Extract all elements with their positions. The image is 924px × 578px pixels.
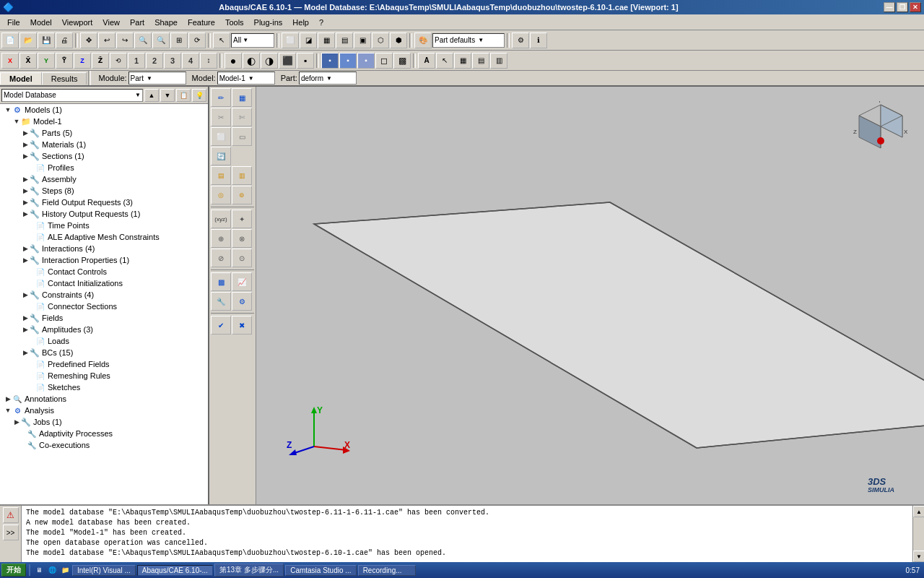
- toolbar-zoomin[interactable]: 🔍: [134, 33, 152, 48]
- toolbar2-circle2[interactable]: ◐: [243, 53, 260, 69]
- close-button[interactable]: ✕: [910, 2, 921, 12]
- tool-mesh2[interactable]: 📈: [232, 272, 252, 291]
- menu-plugins[interactable]: Plug-ins: [250, 17, 287, 28]
- toolbar2-num3[interactable]: 3: [164, 53, 181, 69]
- toolbar2-text[interactable]: A: [418, 53, 435, 69]
- tool-revolve1[interactable]: ◎: [211, 186, 231, 204]
- tab-model[interactable]: Model: [0, 72, 42, 85]
- tool-shape1[interactable]: ⬜: [211, 127, 231, 146]
- toolbar2-blue3[interactable]: ▪: [357, 53, 375, 69]
- toolbar2-blue1[interactable]: ▪: [321, 53, 339, 69]
- tool-grid[interactable]: ▦: [232, 88, 252, 107]
- toolbar-pan[interactable]: ✥: [80, 33, 97, 48]
- toolbar-view3[interactable]: ▦: [318, 33, 335, 48]
- taskbar-item-0[interactable]: Intel(R) Visual ...: [72, 565, 136, 576]
- toolbar-view4[interactable]: ▤: [336, 33, 353, 48]
- toolbar2-arrow[interactable]: ↕: [200, 53, 217, 69]
- tool-revolve2[interactable]: ⊚: [232, 186, 252, 204]
- tree-item-fieldout[interactable]: ▶ 🔧 Field Output Requests (3): [0, 197, 208, 208]
- msg-scroll-up[interactable]: ▲: [913, 506, 924, 517]
- toolbar-redo[interactable]: ↪: [116, 33, 134, 48]
- viewport[interactable]: Y X Z: [256, 87, 924, 504]
- toolbar2-x[interactable]: X: [1, 53, 19, 69]
- toolbar-select[interactable]: ↖: [213, 33, 230, 48]
- toolbar2-circle3[interactable]: ◑: [261, 53, 278, 69]
- toolbar-view5[interactable]: ▣: [354, 33, 371, 48]
- taskbar-item-3[interactable]: Camtasia Studio ...: [285, 565, 356, 576]
- tool-mesh1[interactable]: ▩: [211, 272, 231, 291]
- tool-cut1[interactable]: ✂: [211, 108, 231, 126]
- toolbar-open[interactable]: 📂: [19, 33, 37, 48]
- toolbar2-grid2[interactable]: ▤: [472, 53, 489, 69]
- tool-cut2[interactable]: ✄: [232, 108, 252, 126]
- minimize-button[interactable]: —: [884, 2, 895, 12]
- toolbar-zoomout[interactable]: 🔍: [152, 33, 170, 48]
- tree-item-constraints[interactable]: ▶ 🔧 Constraints (4): [0, 289, 208, 301]
- tree-item-analysis[interactable]: ▼ ⚙ Analysis: [0, 405, 208, 416]
- tree-item-annotations[interactable]: ▶ 🔍 Annotations: [0, 393, 208, 405]
- menu-viewport[interactable]: Viewport: [58, 17, 97, 28]
- tool-verify2[interactable]: ✖: [232, 316, 252, 335]
- tool-datum1[interactable]: ✦: [232, 210, 252, 228]
- sidebar-up[interactable]: ▲: [144, 89, 159, 102]
- msg-icon-expand[interactable]: >>: [3, 525, 19, 540]
- toolbar-print[interactable]: 🖨: [56, 33, 73, 48]
- toolbar-options[interactable]: ⚙: [512, 33, 529, 48]
- tree-item-assembly[interactable]: ▶ 🔧 Assembly: [0, 173, 208, 185]
- toolbar2-z[interactable]: Z: [74, 53, 91, 69]
- tool-extrude2[interactable]: ▥: [232, 166, 252, 185]
- tool-datum4[interactable]: ⊘: [211, 249, 231, 267]
- menu-file[interactable]: File: [3, 17, 25, 28]
- tool-datum2[interactable]: ⊕: [211, 229, 231, 248]
- tree-item-ale[interactable]: 📄 ALE Adaptive Mesh Constraints: [0, 231, 208, 243]
- tree-item-contactcontrols[interactable]: 📄 Contact Controls: [0, 266, 208, 277]
- toolbar2-y2[interactable]: Ȳ: [56, 53, 73, 69]
- tree-item-timepoints[interactable]: 📄 Time Points: [0, 220, 208, 231]
- tree-item-coexec[interactable]: 🔧 Co-executions: [0, 439, 208, 451]
- tree-item-models[interactable]: ▼ ⚙ Models (1): [0, 104, 208, 116]
- msg-scroll-down[interactable]: ▼: [913, 551, 924, 562]
- tool-xyz[interactable]: (xyz): [211, 210, 231, 228]
- tree-item-connectorsec[interactable]: 📄 Connector Sections: [0, 301, 208, 312]
- toolbar2-circle1[interactable]: ●: [225, 53, 242, 69]
- toolbar-save[interactable]: 💾: [38, 33, 55, 48]
- toolbar2-sq3[interactable]: ◻: [375, 53, 393, 69]
- sidebar-copy[interactable]: 📋: [176, 89, 191, 102]
- restore-button[interactable]: ❐: [897, 2, 908, 12]
- toolbar-view7[interactable]: ⬢: [390, 33, 407, 48]
- tree-item-loads[interactable]: 📄 Loads: [0, 335, 208, 347]
- select-combo[interactable]: All ▼: [231, 33, 274, 48]
- toolbar-info[interactable]: ℹ: [530, 33, 547, 48]
- tree-item-histout[interactable]: ▶ 🔧 History Output Requests (1): [0, 208, 208, 220]
- toolbar-undo[interactable]: ↩: [98, 33, 116, 48]
- tree-item-profiles[interactable]: 📄 Profiles: [0, 162, 208, 173]
- menu-help[interactable]: Help: [288, 17, 313, 28]
- toolbar2-grid3[interactable]: ▥: [490, 53, 507, 69]
- navigation-cube[interactable]: Y X Z: [852, 101, 910, 159]
- tree-item-amplitudes[interactable]: ▶ 🔧 Amplitudes (3): [0, 324, 208, 335]
- menu-part[interactable]: Part: [126, 17, 149, 28]
- tool-shape2[interactable]: ▭: [232, 127, 252, 146]
- part-combo[interactable]: deform ▼: [299, 72, 357, 85]
- tree-item-parts[interactable]: ▶ 🔧 Parts (5): [0, 127, 208, 139]
- toolbar-view6[interactable]: ⬡: [372, 33, 389, 48]
- tree-item-sections[interactable]: ▶ 🔧 Sections (1): [0, 150, 208, 162]
- tree-item-interactprops[interactable]: ▶ 🔧 Interaction Properties (1): [0, 254, 208, 266]
- menu-model[interactable]: Model: [26, 17, 56, 28]
- tree-item-fields[interactable]: ▶ 🔧 Fields: [0, 312, 208, 324]
- menu-question[interactable]: ?: [315, 17, 328, 28]
- toolbar2-y[interactable]: Y: [38, 53, 55, 69]
- tool-single[interactable]: 🔄: [211, 147, 231, 165]
- tool-sketch[interactable]: ✏: [211, 88, 231, 107]
- model-combo[interactable]: Model-1 ▼: [217, 72, 275, 85]
- taskbar-item-4[interactable]: Recording...: [358, 565, 416, 576]
- tool-mesh4[interactable]: ⚙: [232, 292, 252, 311]
- msg-icon-error[interactable]: ⚠: [3, 507, 19, 523]
- toolbar-view2[interactable]: ◪: [300, 33, 317, 48]
- tab-results[interactable]: Results: [42, 72, 87, 85]
- tree-item-sketches[interactable]: 📄 Sketches: [0, 381, 208, 393]
- sidebar-light[interactable]: 💡: [192, 89, 206, 102]
- render-combo[interactable]: Part defaults ▼: [432, 33, 505, 48]
- tree-item-materials[interactable]: ▶ 🔧 Materials (1): [0, 139, 208, 150]
- toolbar2-cursor[interactable]: ↖: [436, 53, 453, 69]
